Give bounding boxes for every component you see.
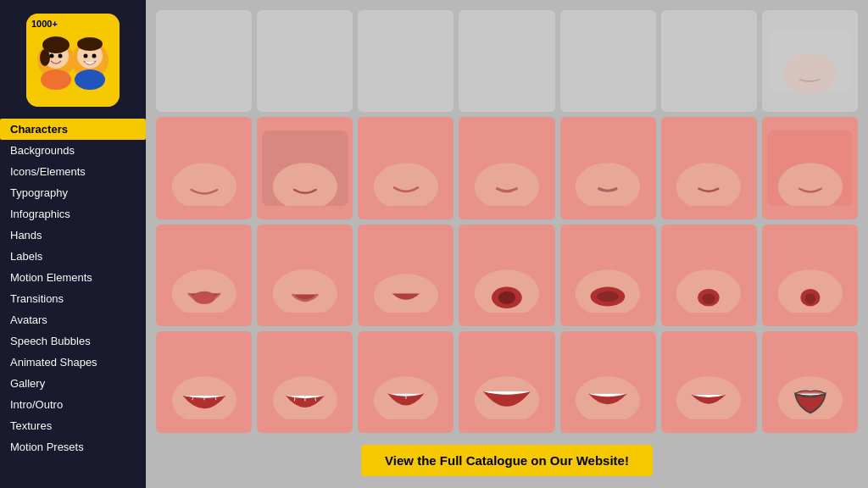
mouth-cell-r3c1[interactable]	[156, 225, 252, 326]
cta-bar: View the Full Catalogue on Our Website!	[156, 440, 858, 478]
svg-point-11	[77, 37, 103, 51]
sidebar-item-characters[interactable]: Characters	[0, 119, 146, 140]
mouth-cell-r4c2[interactable]	[257, 331, 353, 433]
svg-rect-20	[668, 30, 749, 92]
mouth-cell-r2c6[interactable]	[661, 117, 757, 219]
svg-rect-19	[567, 30, 648, 92]
sidebar-item-textures[interactable]: Textures	[0, 415, 146, 436]
mouth-cell-r3c7[interactable]	[762, 225, 858, 326]
logo-area: 1000+ 1000+	[0, 7, 146, 115]
sidebar-item-typography[interactable]: Typography	[0, 182, 146, 203]
mouth-grid	[156, 10, 858, 433]
mouth-cell-r1c4[interactable]	[459, 10, 554, 112]
mouth-cell-r4c7[interactable]	[762, 331, 858, 433]
mouth-cell-r4c4[interactable]	[459, 331, 554, 433]
mouth-cell-r3c5[interactable]	[560, 225, 656, 326]
sidebar-item-hands[interactable]: Hands	[0, 225, 146, 246]
mouth-cell-r4c1[interactable]	[156, 331, 252, 433]
sidebar-item-speech-bubbles[interactable]: Speech Bubbles	[0, 330, 146, 352]
mouth-cell-r3c6[interactable]	[661, 225, 757, 326]
sidebar-item-transitions[interactable]: Transitions	[0, 288, 146, 309]
svg-point-39	[193, 291, 214, 304]
svg-rect-18	[466, 30, 548, 92]
mouth-cell-r3c2[interactable]	[257, 225, 353, 326]
mouth-cell-r3c3[interactable]	[358, 225, 453, 326]
svg-point-13	[92, 54, 97, 58]
mouth-cell-r2c7[interactable]	[762, 117, 858, 219]
mouth-cell-r1c1[interactable]	[156, 10, 252, 112]
svg-point-22	[783, 53, 837, 94]
svg-point-14	[75, 69, 105, 90]
svg-point-12	[84, 54, 88, 58]
sidebar-item-intro-outro[interactable]: Intro/Outro	[0, 394, 146, 415]
logo-box: 1000+ 1000+	[26, 14, 120, 107]
mouth-cell-r1c5[interactable]	[560, 10, 656, 112]
svg-point-7	[58, 54, 63, 58]
nav-menu: CharactersBackgroundsIcons/ElementsTypog…	[0, 115, 146, 461]
svg-point-55	[703, 293, 715, 304]
sidebar-item-gallery[interactable]: Gallery	[0, 373, 146, 394]
mouth-cell-r4c5[interactable]	[560, 331, 656, 433]
sidebar-item-motion-elements[interactable]: Motion Elements	[0, 267, 146, 288]
sidebar-item-avatars[interactable]: Avatars	[0, 309, 146, 330]
mouth-cell-r1c2[interactable]	[257, 10, 353, 112]
mouth-cell-r4c6[interactable]	[661, 331, 757, 433]
mouth-icon	[163, 18, 244, 104]
svg-point-6	[50, 54, 54, 58]
mouth-cell-r1c6[interactable]	[661, 10, 757, 112]
svg-point-8	[41, 69, 71, 90]
sidebar-item-infographics[interactable]: Infographics	[0, 203, 146, 225]
sidebar-item-backgrounds[interactable]: Backgrounds	[0, 140, 146, 161]
mouth-cell-r1c3[interactable]	[358, 10, 453, 112]
sidebar-item-animated-shapes[interactable]: Animated Shapes	[0, 352, 146, 373]
mouth-cell-r2c2[interactable]	[257, 117, 353, 219]
svg-point-51	[597, 291, 618, 302]
svg-point-5	[40, 49, 50, 66]
svg-point-59	[804, 293, 815, 304]
svg-rect-16	[264, 30, 346, 92]
mouth-cell-r1c7[interactable]	[762, 10, 858, 112]
sidebar-item-labels[interactable]: Labels	[0, 246, 146, 267]
sidebar-item-motion-presets[interactable]: Motion Presets	[0, 436, 146, 458]
svg-rect-17	[365, 30, 447, 92]
main-content: View the Full Catalogue on Our Website!	[146, 0, 868, 488]
svg-rect-15	[163, 30, 244, 92]
sidebar-item-icons-elements[interactable]: Icons/Elements	[0, 161, 146, 182]
mouth-cell-r2c1[interactable]	[156, 117, 252, 219]
mouth-cell-r2c3[interactable]	[358, 117, 453, 219]
svg-point-47	[498, 291, 515, 304]
mouth-cell-r2c4[interactable]	[459, 117, 554, 219]
sidebar: 1000+ 1000+	[0, 0, 146, 488]
cta-button[interactable]: View the Full Catalogue on Our Website!	[361, 445, 653, 476]
logo-badge: 1000+	[31, 19, 58, 29]
mouth-cell-r3c4[interactable]	[459, 225, 554, 326]
mouth-cell-r2c5[interactable]	[560, 117, 656, 219]
mouth-cell-r4c3[interactable]	[358, 331, 453, 433]
